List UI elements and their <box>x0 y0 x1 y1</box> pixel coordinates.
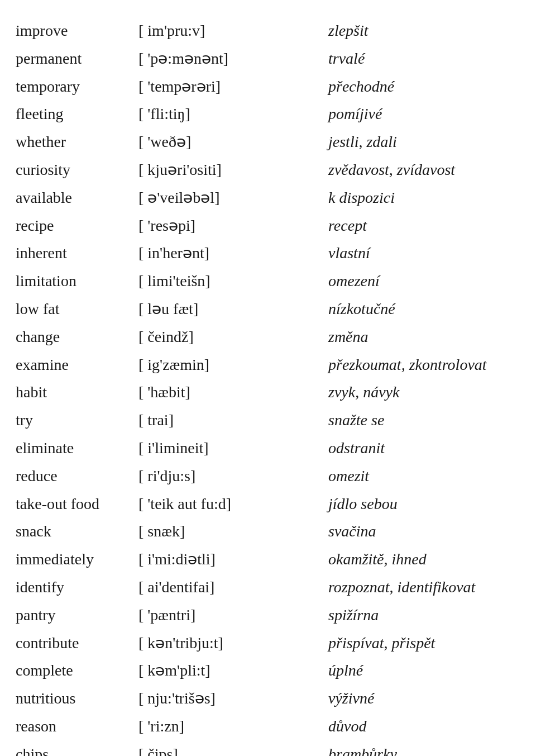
translation-cell: zvědavost, zvídavost <box>324 156 525 184</box>
pronunciation-cell: [ kjuəri'ositi] <box>134 156 324 184</box>
table-row: identify[ ai'dentifai]rozpoznat, identif… <box>11 573 525 601</box>
word-cell: whether <box>11 128 134 156</box>
translation-cell: rozpoznat, identifikovat <box>324 573 525 601</box>
word-cell: pantry <box>11 601 134 629</box>
word-cell: fleeting <box>11 100 134 128</box>
table-row: temporary[ 'tempərəri]přechodné <box>11 73 525 101</box>
translation-cell: svačina <box>324 517 525 545</box>
translation-cell: spižírna <box>324 601 525 629</box>
word-cell: habit <box>11 378 134 406</box>
table-row: fleeting[ 'fli:tiŋ]pomíjivé <box>11 100 525 128</box>
pronunciation-cell: [ 'pæntri] <box>134 601 324 629</box>
pronunciation-cell: [ trai] <box>134 406 324 434</box>
table-row: inherent[ in'herənt]vlastní <box>11 239 525 267</box>
translation-cell: omezit <box>324 462 525 490</box>
pronunciation-cell: [ 'fli:tiŋ] <box>134 100 324 128</box>
word-cell: reason <box>11 712 134 740</box>
word-cell: nutritious <box>11 684 134 712</box>
table-row: immediately[ i'mi:diətli]okamžitě, ihned <box>11 545 525 573</box>
table-row: recipe[ 'resəpi]recept <box>11 212 525 240</box>
translation-cell: recept <box>324 212 525 240</box>
word-cell: identify <box>11 573 134 601</box>
table-row: chips[ čips]brambůrky <box>11 740 525 756</box>
table-row: take-out food[ 'teik aut fu:d]jídlo sebo… <box>11 490 525 518</box>
pronunciation-cell: [ ai'dentifai] <box>134 573 324 601</box>
translation-cell: okamžitě, ihned <box>324 545 525 573</box>
pronunciation-cell: [ limi'teišn] <box>134 267 324 295</box>
translation-cell: k dispozici <box>324 184 525 212</box>
word-cell: contribute <box>11 629 134 657</box>
word-cell: curiosity <box>11 156 134 184</box>
translation-cell: pomíjivé <box>324 100 525 128</box>
word-cell: inherent <box>11 239 134 267</box>
pronunciation-cell: [ 'ri:zn] <box>134 712 324 740</box>
word-cell: change <box>11 323 134 351</box>
translation-cell: snažte se <box>324 406 525 434</box>
table-row: curiosity[ kjuəri'ositi]zvědavost, zvída… <box>11 156 525 184</box>
word-cell: take-out food <box>11 490 134 518</box>
word-cell: eliminate <box>11 434 134 462</box>
table-row: improve[ im'pru:v]zlepšit <box>11 17 525 45</box>
pronunciation-cell: [ ləu fæt] <box>134 295 324 323</box>
translation-cell: změna <box>324 323 525 351</box>
translation-cell: výživné <box>324 684 525 712</box>
word-cell: complete <box>11 657 134 684</box>
word-cell: temporary <box>11 73 134 101</box>
pronunciation-cell: [ i'mi:diətli] <box>134 545 324 573</box>
pronunciation-cell: [ 'hæbit] <box>134 378 324 406</box>
table-row: try[ trai]snažte se <box>11 406 525 434</box>
word-cell: low fat <box>11 295 134 323</box>
table-row: permanent[ 'pə:mənənt]trvalé <box>11 45 525 73</box>
translation-cell: omezení <box>324 267 525 295</box>
table-row: change[ čeindž]změna <box>11 323 525 351</box>
translation-cell: trvalé <box>324 45 525 73</box>
translation-cell: vlastní <box>324 239 525 267</box>
table-row: nutritious[ nju:'trišəs]výživné <box>11 684 525 712</box>
pronunciation-cell: [ snæk] <box>134 517 324 545</box>
pronunciation-cell: [ i'limineit] <box>134 434 324 462</box>
translation-cell: nízkotučné <box>324 295 525 323</box>
table-row: eliminate[ i'limineit]odstranit <box>11 434 525 462</box>
translation-cell: jídlo sebou <box>324 490 525 518</box>
translation-cell: důvod <box>324 712 525 740</box>
word-cell: try <box>11 406 134 434</box>
table-row: whether[ 'weðə]jestli, zdali <box>11 128 525 156</box>
pronunciation-cell: [ 'pə:mənənt] <box>134 45 324 73</box>
table-row: habit[ 'hæbit]zvyk, návyk <box>11 378 525 406</box>
word-cell: immediately <box>11 545 134 573</box>
translation-cell: přechodné <box>324 73 525 101</box>
pronunciation-cell: [ ig'zæmin] <box>134 351 324 379</box>
translation-cell: úplné <box>324 657 525 684</box>
translation-cell: přezkoumat, zkontrolovat <box>324 351 525 379</box>
pronunciation-cell: [ 'weðə] <box>134 128 324 156</box>
word-cell: limitation <box>11 267 134 295</box>
pronunciation-cell: [ čeindž] <box>134 323 324 351</box>
word-cell: snack <box>11 517 134 545</box>
table-row: pantry[ 'pæntri]spižírna <box>11 601 525 629</box>
word-cell: recipe <box>11 212 134 240</box>
pronunciation-cell: [ kəm'pli:t] <box>134 657 324 684</box>
pronunciation-cell: [ im'pru:v] <box>134 17 324 45</box>
vocabulary-table: improve[ im'pru:v]zlepšitpermanent[ 'pə:… <box>11 17 525 756</box>
pronunciation-cell: [ 'tempərəri] <box>134 73 324 101</box>
word-cell: improve <box>11 17 134 45</box>
translation-cell: zvyk, návyk <box>324 378 525 406</box>
table-row: reduce[ ri'dju:s]omezit <box>11 462 525 490</box>
table-row: reason[ 'ri:zn]důvod <box>11 712 525 740</box>
pronunciation-cell: [ čips] <box>134 740 324 756</box>
word-cell: chips <box>11 740 134 756</box>
table-row: limitation[ limi'teišn]omezení <box>11 267 525 295</box>
pronunciation-cell: [ kən'tribju:t] <box>134 629 324 657</box>
table-row: examine[ ig'zæmin]přezkoumat, zkontrolov… <box>11 351 525 379</box>
table-row: snack[ snæk]svačina <box>11 517 525 545</box>
translation-cell: jestli, zdali <box>324 128 525 156</box>
pronunciation-cell: [ in'herənt] <box>134 239 324 267</box>
word-cell: reduce <box>11 462 134 490</box>
word-cell: permanent <box>11 45 134 73</box>
translation-cell: odstranit <box>324 434 525 462</box>
table-row: contribute[ kən'tribju:t]přispívat, přis… <box>11 629 525 657</box>
table-row: low fat[ ləu fæt]nízkotučné <box>11 295 525 323</box>
pronunciation-cell: [ 'resəpi] <box>134 212 324 240</box>
table-row: available[ ə'veiləbəl]k dispozici <box>11 184 525 212</box>
word-cell: examine <box>11 351 134 379</box>
